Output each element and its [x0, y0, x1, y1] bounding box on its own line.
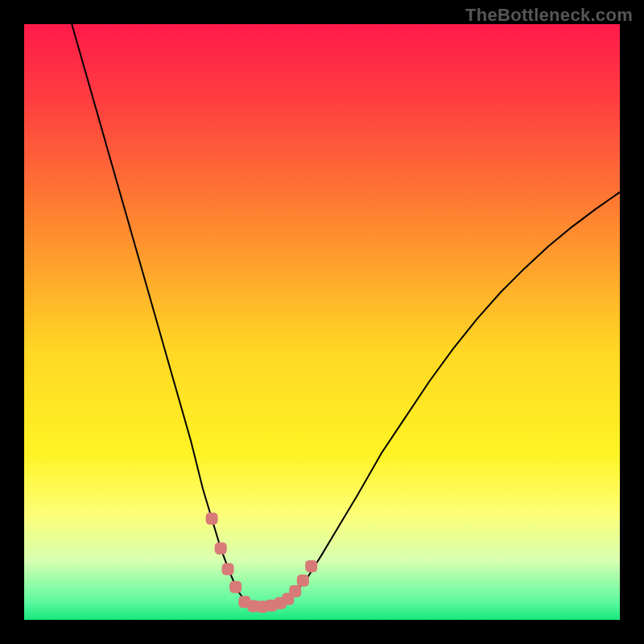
marker-dot	[222, 564, 234, 576]
bottleneck-chart	[24, 24, 620, 620]
marker-dot	[229, 581, 242, 593]
chart-frame: TheBottleneck.com	[0, 0, 644, 644]
marker-dot	[305, 560, 317, 572]
marker-dot	[289, 585, 301, 597]
plot-background	[24, 24, 620, 620]
marker-dot	[215, 543, 227, 555]
marker-dot	[297, 575, 309, 587]
marker-dot	[206, 513, 218, 525]
watermark-text: TheBottleneck.com	[465, 5, 633, 26]
